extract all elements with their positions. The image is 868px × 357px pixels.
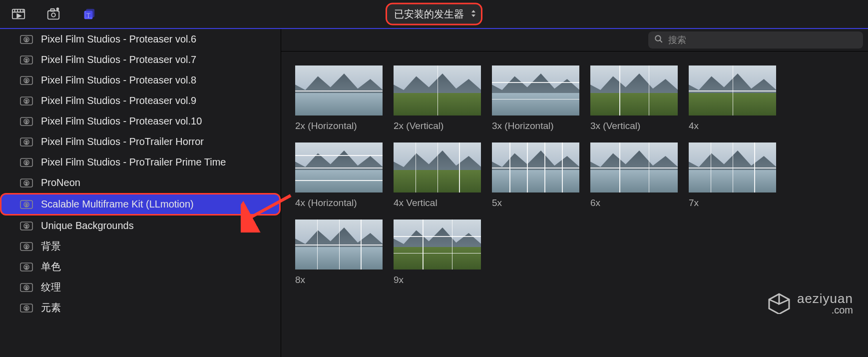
thumbnail-card[interactable]: 9x xyxy=(394,220,481,286)
generator-icon: 2 xyxy=(20,75,33,86)
svg-marker-1 xyxy=(17,14,21,18)
sidebar-item[interactable]: 2 Pixel Film Studios - ProTrailer Prime … xyxy=(0,152,281,172)
generator-icon: 2 xyxy=(20,157,33,168)
thumbnail-card[interactable]: 2x (Vertical) xyxy=(394,66,481,132)
sidebar-item-label: 背景 xyxy=(41,240,61,253)
thumbnail-label: 2x (Vertical) xyxy=(394,120,481,132)
svg-rect-8 xyxy=(86,9,94,18)
generator-icon: 2 xyxy=(20,96,33,106)
svg-text:2: 2 xyxy=(25,306,27,310)
thumbnail-label: 6x xyxy=(590,198,678,208)
sidebar-item[interactable]: 2 纹理 xyxy=(0,277,281,298)
svg-text:2: 2 xyxy=(25,244,27,249)
thumbnail-card[interactable]: 3x (Vertical) xyxy=(590,66,678,132)
thumbnail-card[interactable]: 4x (Horizontal) xyxy=(295,142,383,208)
sidebar-item[interactable]: 2 Pixel Film Studios - Proteaser vol.8 xyxy=(0,70,281,90)
thumbnail-label: 2x (Horizontal) xyxy=(295,120,383,132)
sidebar-item-label: Pixel Film Studios - Proteaser vol.8 xyxy=(41,74,196,86)
thumbnail-card[interactable]: 6x xyxy=(590,142,678,208)
sidebar-item-label: 单色 xyxy=(41,260,61,274)
sidebar-item[interactable]: 2 单色 xyxy=(0,256,281,277)
thumbnail-card[interactable]: 5x xyxy=(492,142,579,208)
chevron-updown-icon xyxy=(471,10,476,18)
generator-icon: 2 xyxy=(20,136,33,148)
thumbnail-card[interactable]: 8x xyxy=(295,220,383,286)
sidebar-item-label: Pixel Film Studios - ProTrailer Prime Ti… xyxy=(41,156,226,168)
top-toolbar: T 已安装的发生器 xyxy=(0,0,868,28)
thumbnail-image xyxy=(689,142,776,192)
thumbnail-grid: 2x (Horizontal)2x (Vertical)3x (Horizont… xyxy=(295,66,858,286)
sidebar-item[interactable]: 2 Pixel Film Studios - Proteaser vol.9 xyxy=(0,90,281,111)
thumbnail-label: 4x (Horizontal) xyxy=(295,198,383,208)
music-photo-icon[interactable] xyxy=(41,3,66,25)
thumbnail-image xyxy=(394,220,481,270)
generator-icon: 2 xyxy=(20,54,33,66)
sidebar-item-label: Unique Backgrounds xyxy=(41,220,134,232)
svg-text:2: 2 xyxy=(25,119,27,124)
thumbnail-label: 5x xyxy=(492,198,579,208)
sidebar-item[interactable]: 2 Pixel Film Studios - Proteaser vol.10 xyxy=(0,111,281,132)
thumbnail-label: 7x xyxy=(689,198,776,208)
thumbnail-card[interactable]: 4x xyxy=(689,66,776,132)
sidebar-item[interactable]: 2 Scalable Multiframe Kit (LLmotion) xyxy=(0,193,281,216)
thumbnail-label: 3x (Horizontal) xyxy=(492,120,579,132)
thumbnail-label: 9x xyxy=(394,274,481,286)
svg-text:2: 2 xyxy=(25,98,27,104)
thumbnail-image xyxy=(492,142,579,192)
thumbnail-image xyxy=(295,220,383,270)
svg-text:2: 2 xyxy=(25,37,27,42)
content-pane: 2x (Horizontal)2x (Vertical)3x (Horizont… xyxy=(281,29,868,357)
sidebar-item-label: Scalable Multiframe Kit (LLmotion) xyxy=(41,198,194,210)
generator-icon: 2 xyxy=(20,282,33,293)
thumbnail-card[interactable]: 3x (Horizontal) xyxy=(492,66,579,132)
search-input[interactable] xyxy=(668,35,857,46)
svg-text:2: 2 xyxy=(25,264,27,270)
thumbnail-label: 4x xyxy=(689,120,776,132)
installed-generators-dropdown[interactable]: 已安装的发生器 xyxy=(386,3,482,26)
generator-icon: 2 xyxy=(20,178,33,188)
sidebar-item[interactable]: 2 Pixel Film Studios - ProTrailer Horror xyxy=(0,132,281,152)
svg-text:2: 2 xyxy=(25,58,27,62)
thumbnail-image xyxy=(295,66,383,116)
search-field[interactable] xyxy=(648,32,863,48)
sidebar-item[interactable]: 2 Unique Backgrounds xyxy=(0,216,281,236)
sidebar-item-label: Pixel Film Studios - ProTrailer Horror xyxy=(41,136,204,148)
sidebar-item-label: Pixel Film Studios - Proteaser vol.6 xyxy=(41,34,196,45)
generator-icon: 2 xyxy=(20,262,33,272)
sidebar-item-label: 纹理 xyxy=(41,280,61,294)
thumbnail-image xyxy=(590,142,678,192)
svg-point-3 xyxy=(51,13,55,17)
thumbnail-label: 4x Vertical xyxy=(394,198,481,208)
titles-generators-icon[interactable]: T xyxy=(76,3,101,25)
sidebar-item-label: Pixel Film Studios - Proteaser vol.9 xyxy=(41,95,196,106)
svg-rect-4 xyxy=(50,9,54,12)
thumbnail-card[interactable]: 4x Vertical xyxy=(394,142,481,208)
thumbnail-image xyxy=(394,66,481,116)
sidebar-item-label: ProNeon xyxy=(41,177,80,188)
svg-text:2: 2 xyxy=(25,285,27,290)
dropdown-label: 已安装的发生器 xyxy=(394,8,464,21)
svg-text:2: 2 xyxy=(25,140,27,144)
generator-icon: 2 xyxy=(20,302,33,314)
thumbnail-image xyxy=(590,66,678,116)
sidebar-item[interactable]: 2 Pixel Film Studios - Proteaser vol.6 xyxy=(0,29,281,50)
generator-icon: 2 xyxy=(20,199,33,210)
svg-point-51 xyxy=(655,36,661,41)
media-library-icon[interactable] xyxy=(6,3,31,25)
sidebar-item[interactable]: 2 元素 xyxy=(0,298,281,318)
sidebar-item[interactable]: 2 背景 xyxy=(0,236,281,256)
sidebar-item-label: Pixel Film Studios - Proteaser vol.7 xyxy=(41,54,196,66)
category-sidebar[interactable]: 2 Pixel Film Studios - Proteaser vol.6 2… xyxy=(0,29,281,357)
search-icon xyxy=(654,34,668,46)
sidebar-item[interactable]: 2 Pixel Film Studios - Proteaser vol.7 xyxy=(0,50,281,70)
generator-icon: 2 xyxy=(20,220,33,232)
sidebar-item[interactable]: 2 ProNeon xyxy=(0,172,281,193)
thumbnail-card[interactable]: 2x (Horizontal) xyxy=(295,66,383,132)
thumbnail-card[interactable]: 7x xyxy=(689,142,776,208)
svg-text:2: 2 xyxy=(25,224,27,228)
svg-text:2: 2 xyxy=(25,202,27,207)
generator-icon: 2 xyxy=(20,116,33,127)
sidebar-item-label: Pixel Film Studios - Proteaser vol.10 xyxy=(41,116,202,127)
thumbnail-label: 8x xyxy=(295,274,383,286)
sidebar-item-label: 元素 xyxy=(41,301,61,314)
